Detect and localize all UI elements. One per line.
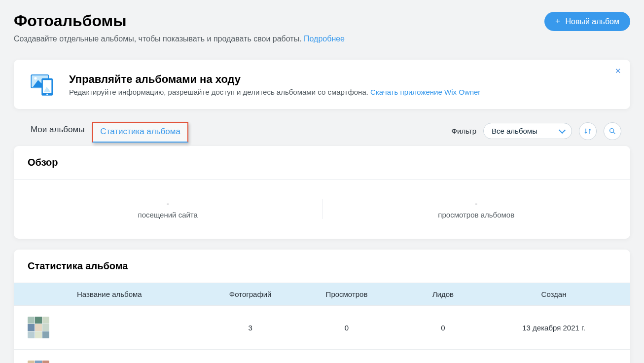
col-leads: Лидов [395,290,491,298]
col-name: Название альбома [77,290,202,298]
promo-illustration [29,71,56,98]
col-date: Создан [491,290,616,298]
close-icon[interactable]: ✕ [615,67,621,75]
plus-icon [555,17,561,26]
promo-banner: Управляйте альбомами на ходу Редактируйт… [14,60,630,109]
chevron-down-icon [559,126,566,133]
filter-select[interactable]: Все альбомы [483,123,572,139]
table-header: Название альбома Фотографий Просмотров Л… [14,283,630,305]
search-button[interactable] [604,122,621,140]
page-title: Фотоальбомы [14,12,345,30]
svg-point-7 [610,128,614,132]
svg-point-2 [34,77,36,79]
promo-text: Редактируйте информацию, разрешайте дост… [69,88,480,96]
table-row[interactable]: 2 0 0 22 ноября 2021 г. [14,349,630,363]
col-views: Просмотров [298,290,394,298]
tab-bar: Мои альбомы Статистика альбома Фильтр Вс… [14,117,630,142]
tab-my-albums[interactable]: Мои альбомы [23,120,92,142]
album-thumbnail [28,361,49,363]
metric-site-visits: - посещений сайта [14,199,322,219]
tab-album-stats[interactable]: Статистика альбома [92,122,188,143]
stats-panel: Статистика альбома Название альбома Фото… [14,250,630,363]
new-album-button[interactable]: Новый альбом [544,12,630,31]
overview-panel: Обзор - посещений сайта - просмотров аль… [14,146,630,239]
overview-heading: Обзор [14,146,630,179]
table-row[interactable]: 3 0 0 13 декабря 2021 г. [14,305,630,349]
page-subtitle: Создавайте отдельные альбомы, чтобы пока… [14,33,345,45]
album-thumbnail [28,317,49,338]
sort-button[interactable] [579,122,597,140]
svg-point-6 [46,94,48,95]
col-photos: Фотографий [202,290,298,298]
learn-more-link[interactable]: Подробнее [304,35,345,43]
metric-album-views: - просмотров альбомов [322,199,631,219]
stats-heading: Статистика альбома [14,250,630,283]
promo-download-link[interactable]: Скачать приложение Wix Owner [370,88,480,96]
filter-label: Фильтр [452,127,476,135]
promo-title: Управляйте альбомами на ходу [69,73,480,86]
